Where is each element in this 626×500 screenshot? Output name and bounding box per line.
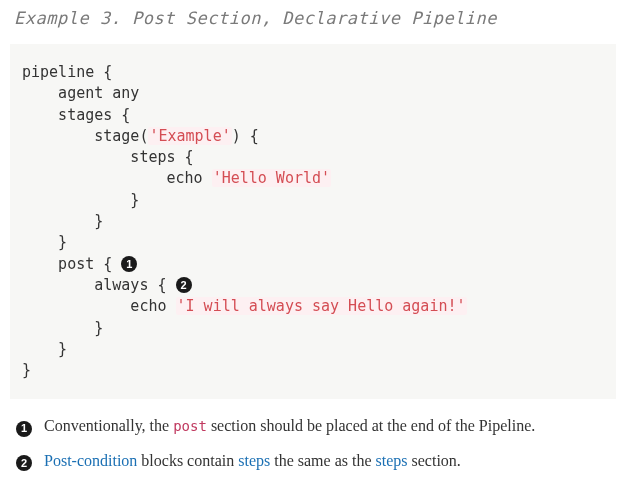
legend-item-2: 2 Post-condition blocks contain steps th…: [16, 450, 610, 472]
callout-legend: 1 Conventionally, the post section shoul…: [0, 399, 626, 492]
code-line: }: [22, 233, 67, 251]
code-line: echo: [22, 297, 176, 315]
legend-text-fragment: section.: [408, 452, 461, 469]
code-line: pipeline {: [22, 63, 112, 81]
legend-text-fragment: the same as the: [270, 452, 375, 469]
code-block: pipeline { agent any stages { stage('Exa…: [10, 44, 616, 399]
legend-text-fragment: section should be placed at the end of t…: [207, 417, 535, 434]
code-line: post {: [22, 255, 121, 273]
callout-badge-1: 1: [121, 256, 137, 272]
legend-text-fragment: Conventionally, the: [44, 417, 173, 434]
code-line: }: [22, 361, 31, 379]
callout-badge-2: 2: [16, 455, 32, 471]
legend-text-1: Conventionally, the post section should …: [44, 415, 535, 437]
callout-badge-2: 2: [176, 277, 192, 293]
code-line: agent any: [22, 84, 139, 102]
link-steps-2[interactable]: steps: [376, 452, 408, 469]
code-string: 'Hello World': [212, 169, 331, 187]
code-line: echo: [22, 169, 212, 187]
legend-text-2: Post-condition blocks contain steps the …: [44, 450, 461, 472]
legend-item-1: 1 Conventionally, the post section shoul…: [16, 415, 610, 437]
example-title: Example 3. Post Section, Declarative Pip…: [0, 0, 626, 44]
code-line: stage(: [22, 127, 148, 145]
code-line: steps {: [22, 148, 194, 166]
code-string: 'Example': [148, 127, 231, 145]
code-line: ) {: [232, 127, 259, 145]
link-steps-1[interactable]: steps: [238, 452, 270, 469]
code-line: always {: [22, 276, 176, 294]
link-post-condition[interactable]: Post-condition: [44, 452, 137, 469]
inline-code-post: post: [173, 418, 207, 434]
code-string: 'I will always say Hello again!': [176, 297, 467, 315]
code-line: }: [22, 191, 139, 209]
callout-badge-1: 1: [16, 421, 32, 437]
legend-text-fragment: blocks contain: [137, 452, 238, 469]
code-line: stages {: [22, 106, 130, 124]
code-line: }: [22, 212, 103, 230]
code-line: }: [22, 340, 67, 358]
code-line: }: [22, 319, 103, 337]
